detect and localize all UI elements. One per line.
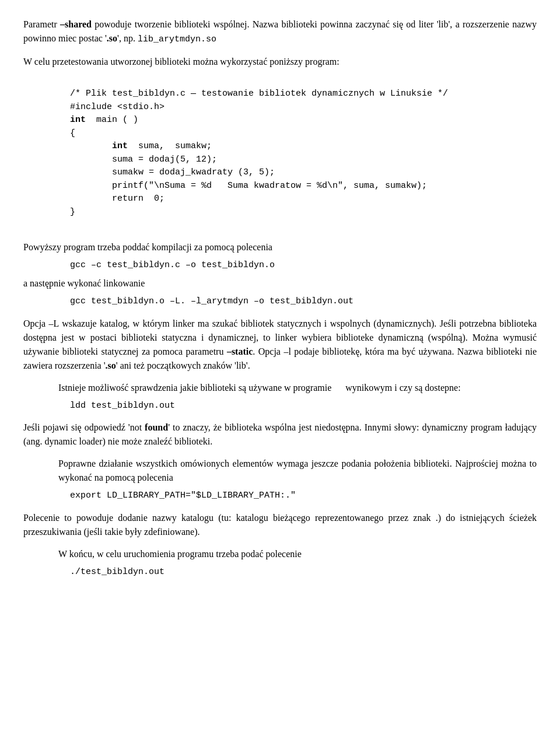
ldd-command: ldd test_bibldyn.out [70, 400, 537, 413]
found-keyword: found [145, 422, 168, 432]
link-command: gcc test_bibldyn.o –L. –l_arytmdyn –o te… [70, 295, 537, 309]
code-line-4: printf("\nSuma = %d Suma kwadratow = %d\… [70, 181, 427, 191]
paragraph-2: W celu przetestowania utworzonej bibliot… [23, 55, 537, 69]
code-line-2: suma = dodaj(5, 12); [70, 155, 217, 164]
paragraph-3: Powyższy program trzeba poddać kompilacj… [23, 240, 537, 254]
so-keyword: .so [107, 33, 117, 43]
so-ext: .so [106, 360, 116, 370]
code-main-sig: int main ( ) [70, 115, 138, 125]
run-command: ./test_bibldyn.out [70, 566, 537, 579]
export-command: export LD_LIBRARY_PATH="$LD_LIBRARY_PATH… [70, 489, 537, 503]
lib-name: lib_arytmdyn.so [138, 34, 216, 44]
code-comment: /* Plik test_bibldyn.c — testowanie bibl… [70, 89, 448, 99]
code-line-1: int suma, sumakw; [70, 141, 212, 151]
paragraph-1: Parametr –shared powoduje tworzenie bibl… [23, 18, 537, 47]
paragraph-4: a następnie wykonać linkowanie [23, 276, 537, 290]
paragraph-5: Opcja –L wskazuje katalog, w którym link… [23, 317, 537, 373]
paragraph-7: Jeśli pojawi się odpowiedź 'not found' t… [23, 421, 537, 449]
code-brace-close: } [70, 207, 75, 217]
code-include: #include <stdio.h> [70, 102, 164, 112]
compile-command: gcc –c test_bibldyn.c –o test_bibldyn.o [70, 259, 537, 272]
code-brace-open: { [70, 128, 75, 138]
page-content: Parametr –shared powoduje tworzenie bibl… [23, 18, 537, 579]
paragraph-8: Poprawne działanie wszystkich omówionych… [58, 457, 537, 485]
code-line-5: return 0; [70, 194, 164, 204]
paragraph-9: Polecenie to powoduje dodanie nazwy kata… [23, 511, 537, 539]
code-line-3: sumakw = dodaj_kwadraty (3, 5); [70, 167, 275, 177]
paragraph-6: Istnieje możliwość sprawdzenia jakie bib… [58, 381, 537, 395]
shared-keyword: –shared [60, 19, 92, 29]
code-block-main: /* Plik test_bibldyn.c — testowanie bibl… [70, 75, 537, 232]
static-param: –static [227, 346, 253, 356]
paragraph-10: W końcu, w celu uruchomienia programu tr… [58, 547, 537, 561]
